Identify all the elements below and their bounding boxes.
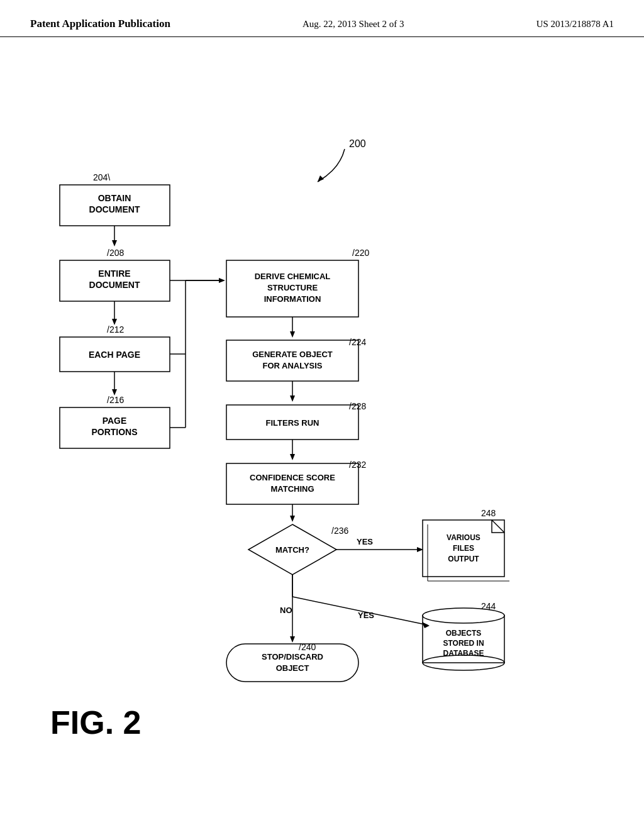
label-objects-stored2: STORED IN (443, 639, 484, 648)
label-various-files2: FILES (453, 544, 474, 553)
label-derive-chemical3: INFORMATION (264, 294, 321, 304)
header-publication: Patent Application Publication (30, 18, 170, 30)
svg-marker-2 (112, 240, 117, 246)
header-date-sheet: Aug. 22, 2013 Sheet 2 of 3 (303, 19, 404, 30)
label-yes1: YES (357, 537, 373, 546)
svg-marker-15 (290, 331, 295, 338)
fig-label: FIG. 2 (50, 704, 141, 741)
label-no: NO (280, 606, 292, 615)
ref-236: /236 (331, 526, 348, 536)
box-stop-discard (226, 644, 358, 682)
label-match: MATCH? (275, 545, 309, 555)
patent-diagram: 200 204\ OBTAIN DOCUMENT /208 ENTIRE DOC… (0, 37, 644, 792)
svg-marker-0 (318, 175, 324, 182)
svg-marker-21 (290, 516, 295, 522)
svg-marker-26 (422, 622, 430, 628)
fold-line1 (492, 520, 504, 533)
label-derive-chemical1: DERIVE CHEMICAL (255, 272, 331, 281)
ref-216: /216 (107, 395, 124, 405)
ref-228: /228 (349, 401, 366, 411)
label-entire-document: ENTIRE (98, 268, 130, 279)
label-page-portions: PAGE (103, 416, 127, 426)
ref-248: 248 (481, 508, 496, 518)
label-generate-object1: GENERATE OBJECT (252, 350, 333, 359)
ref-204: 204\ (93, 172, 110, 182)
ref-220: /220 (352, 248, 369, 258)
label-various-files1: VARIOUS (447, 533, 480, 542)
label-filters-run: FILTERS RUN (266, 418, 319, 428)
label-generate-object2: FOR ANALYSIS (262, 361, 322, 370)
svg-marker-13 (219, 278, 225, 283)
label-confidence-score2: MATCHING (270, 484, 314, 494)
label-various-files3: OUTPUT (448, 555, 479, 563)
ref-208: /208 (107, 248, 124, 258)
label-objects-stored1: OBJECTS (446, 629, 482, 638)
label-yes2: YES (358, 611, 374, 620)
ref-200: 200 (349, 138, 366, 149)
svg-marker-17 (290, 396, 295, 402)
ref-232: /232 (349, 460, 366, 470)
label-obtain-document: OBTAIN (98, 193, 131, 203)
label-objects-stored3: DATABASE (443, 649, 484, 658)
label-stop-discard1: STOP/DISCARD (262, 652, 323, 661)
page-header: Patent Application Publication Aug. 22, … (0, 0, 644, 37)
label-obtain-document2: DOCUMENT (89, 204, 140, 214)
ref-212: /212 (107, 324, 124, 335)
label-entire-document2: DOCUMENT (89, 280, 140, 290)
svg-marker-19 (290, 454, 295, 460)
diagram-area: 200 204\ OBTAIN DOCUMENT /208 ENTIRE DOC… (0, 37, 644, 792)
header-patent-number: US 2013/218878 A1 (536, 19, 614, 30)
ref-224: /224 (349, 337, 366, 347)
label-confidence-score1: CONFIDENCE SCORE (250, 473, 335, 482)
cylinder-top (423, 608, 504, 623)
label-page-portions2: PORTIONS (91, 427, 137, 437)
label-each-page: EACH PAGE (89, 350, 140, 360)
label-stop-discard2: OBJECT (276, 663, 309, 673)
svg-marker-28 (290, 636, 295, 643)
label-derive-chemical2: STRUCTURE (267, 283, 318, 292)
